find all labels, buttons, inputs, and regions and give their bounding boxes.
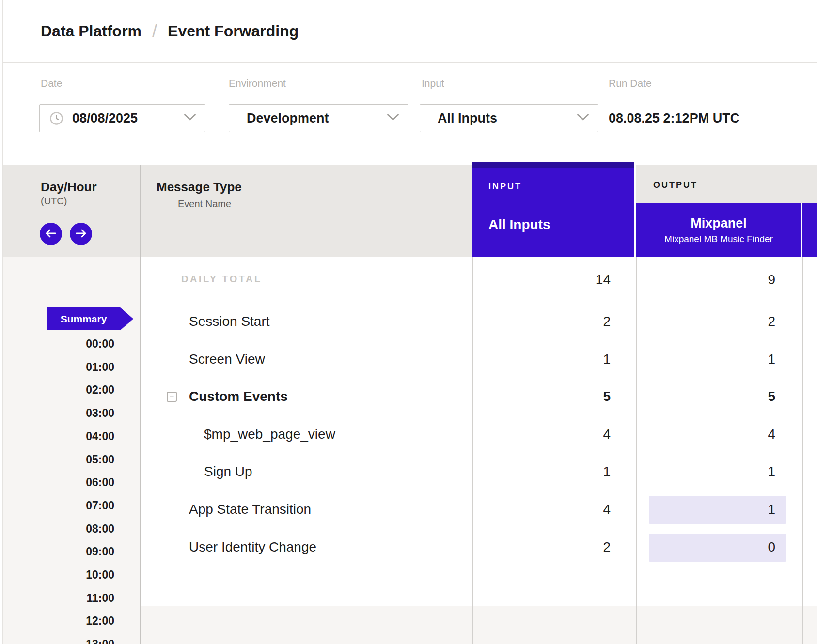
hour-slot-1100[interactable]: 11:00: [3, 592, 114, 605]
collapse-row-icon[interactable]: −: [167, 392, 177, 402]
page-title: Event Forwarding: [168, 22, 299, 40]
hour-slot-0400[interactable]: 04:00: [3, 430, 114, 443]
daily-total-input-value: 14: [472, 272, 611, 288]
breadcrumb-section[interactable]: Data Platform: [41, 22, 141, 40]
hour-slot-0800[interactable]: 08:00: [3, 522, 114, 536]
output-count: 1: [636, 464, 775, 479]
next-day-button[interactable]: [70, 223, 92, 245]
daily-total-row-divider: [140, 305, 817, 305]
breadcrumb: Data Platform / Event Forwarding: [41, 0, 299, 62]
output-count: 5: [636, 389, 775, 404]
input-select[interactable]: All Inputs: [420, 104, 598, 132]
output-group-label: OUTPUT: [653, 180, 698, 190]
event-row-label: Screen View: [189, 352, 265, 367]
environment-filter-label: Environment: [229, 77, 286, 89]
next-output-column-partial: [802, 203, 817, 257]
hour-slot-0000[interactable]: 00:00: [3, 337, 114, 351]
event-row-label: App State Transition: [189, 502, 311, 517]
event-row-label: User Identity Change: [189, 539, 316, 555]
day-hour-column-header: Day/Hour: [41, 180, 97, 195]
event-row-label: Custom Events: [189, 389, 288, 404]
daily-total-output-value: 9: [636, 272, 775, 288]
clock-icon: [49, 111, 63, 125]
date-select-value: 08/08/2025: [72, 111, 138, 126]
hour-slot-1200[interactable]: 12:00: [3, 614, 114, 628]
daily-total-label: DAILY TOTAL: [181, 274, 262, 285]
environment-select-value: Development: [247, 111, 329, 126]
column-divider: [802, 257, 803, 644]
input-group-label: INPUT: [488, 182, 522, 192]
day-hour-timezone: (UTC): [41, 196, 67, 207]
hour-slot-1300[interactable]: 13:00: [3, 638, 114, 644]
hour-slot-0200[interactable]: 02:00: [3, 383, 114, 397]
input-select-value: All Inputs: [438, 111, 497, 126]
output-count: 4: [636, 427, 775, 442]
column-divider: [140, 165, 141, 644]
header-gap: [634, 162, 636, 257]
output-count: 0: [636, 539, 775, 555]
message-type-column-header: Message Type: [157, 180, 242, 195]
hour-slot-0700[interactable]: 07:00: [3, 499, 114, 512]
hour-slot-0300[interactable]: 03:00: [3, 407, 114, 420]
arrow-left-icon: [45, 229, 57, 239]
left-edge-divider: [2, 0, 3, 644]
hour-slot-1000[interactable]: 10:00: [3, 568, 114, 582]
date-filter-label: Date: [41, 77, 62, 89]
input-count: 1: [472, 464, 611, 479]
environment-select[interactable]: Development: [229, 104, 408, 132]
hour-slot-0600[interactable]: 06:00: [3, 476, 114, 489]
hour-slot-0500[interactable]: 05:00: [3, 453, 114, 466]
arrow-right-icon: [75, 229, 87, 239]
date-select[interactable]: 08/08/2025: [39, 104, 205, 132]
table-footer-band: [3, 606, 817, 644]
chevron-down-icon: [577, 114, 589, 123]
input-count: 2: [472, 539, 611, 555]
input-filter-label: Input: [422, 77, 444, 89]
hour-slot-0100[interactable]: 01:00: [3, 361, 114, 374]
event-forwarding-screen: Data Platform / Event Forwarding Date En…: [0, 0, 817, 644]
output-name: Mixpanel: [691, 216, 747, 231]
run-date-label: Run Date: [609, 77, 652, 89]
output-count: 2: [636, 314, 775, 329]
input-count: 5: [472, 389, 611, 404]
input-column-header: INPUT All Inputs: [472, 162, 634, 257]
header-gap: [801, 203, 802, 257]
previous-day-button[interactable]: [40, 223, 62, 245]
input-count: 2: [472, 314, 611, 329]
event-row-label: Session Start: [189, 314, 270, 329]
output-count: 1: [636, 502, 775, 517]
input-column-name: All Inputs: [488, 217, 550, 232]
run-date-value: 08.08.25 2:12PM UTC: [609, 104, 739, 132]
event-row-label: Sign Up: [204, 464, 252, 479]
page-header: Data Platform / Event Forwarding: [3, 0, 817, 63]
output-count: 1: [636, 352, 775, 367]
summary-tab[interactable]: Summary: [47, 307, 133, 330]
event-name-subheader: Event Name: [178, 199, 231, 210]
output-connection-name: Mixpanel MB Music Finder: [664, 234, 773, 245]
event-row-label: $mp_web_page_view: [204, 427, 335, 442]
output-column-header: Mixpanel Mixpanel MB Music Finder: [636, 203, 801, 257]
input-count: 4: [472, 502, 611, 517]
input-count: 1: [472, 352, 611, 367]
summary-tab-label: Summary: [61, 313, 107, 325]
input-count: 4: [472, 427, 611, 442]
input-header-top-strip: [472, 162, 634, 168]
hour-slot-0900[interactable]: 09:00: [3, 545, 114, 558]
chevron-down-icon: [184, 114, 196, 123]
breadcrumb-separator: /: [152, 21, 157, 42]
chevron-down-icon: [387, 114, 399, 123]
